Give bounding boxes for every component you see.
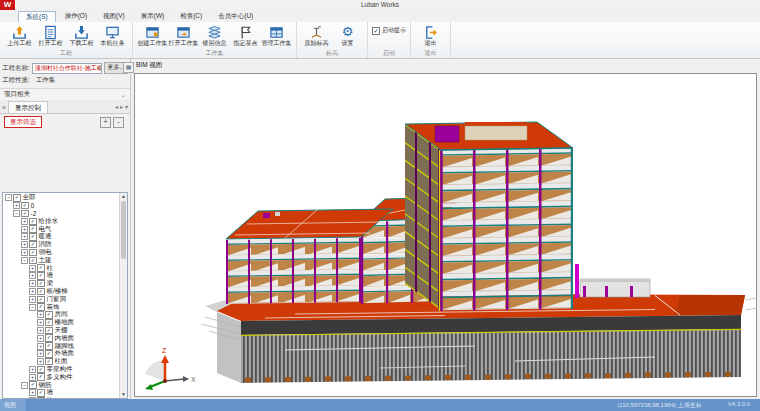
checkbox-checked-icon[interactable]: ✓ xyxy=(29,233,37,241)
settings-button[interactable]: ⚙ 设置 xyxy=(332,24,363,47)
checkbox-checked-icon[interactable]: ✓ xyxy=(45,334,53,342)
floor-info-button[interactable]: 楼层信息 xyxy=(199,24,230,47)
tree-item[interactable]: +✓墙 xyxy=(3,389,127,397)
checkbox-checked-icon[interactable]: ✓ xyxy=(45,350,53,358)
checkbox-checked-icon[interactable]: ✓ xyxy=(37,272,45,280)
checkbox-checked-icon[interactable]: ✓ xyxy=(45,342,53,350)
checkbox-checked-icon[interactable]: ✓ xyxy=(37,288,45,296)
exit-button[interactable]: 退出 xyxy=(415,24,446,47)
expand-icon[interactable]: + xyxy=(21,241,28,248)
checkbox-checked-icon[interactable]: ✓ xyxy=(45,327,53,335)
tree-item[interactable]: −✓-2 xyxy=(3,210,127,218)
expand-icon[interactable]: + xyxy=(37,311,44,318)
tree-item[interactable]: +✓多义构件 xyxy=(3,373,127,381)
upload-project-button[interactable]: 上传工程 xyxy=(4,24,35,47)
scroll-left-icon[interactable]: ◂ xyxy=(115,102,118,113)
expand-icon[interactable]: + xyxy=(21,249,28,256)
bim-canvas[interactable]: Z X xyxy=(134,73,757,397)
checkbox-checked-icon[interactable]: ✓ xyxy=(372,27,380,35)
display-filter-button[interactable]: 显示筛选 xyxy=(4,116,42,128)
checkbox-checked-icon[interactable]: ✓ xyxy=(29,257,37,265)
tree-item[interactable]: +✓暖通 xyxy=(3,233,127,241)
scrollbar-thumb[interactable] xyxy=(121,201,126,259)
tree-item[interactable]: +✓电气 xyxy=(3,225,127,233)
expand-icon[interactable]: + xyxy=(37,358,44,365)
expand-icon[interactable]: + xyxy=(29,389,36,396)
tree-item[interactable]: +✓0 xyxy=(3,202,127,210)
menu-check[interactable]: 检查(C) xyxy=(173,11,209,22)
collapse-icon[interactable]: − xyxy=(13,210,20,217)
collapse-all-button[interactable]: - xyxy=(113,117,124,128)
tab-display-control[interactable]: 显示控制 xyxy=(8,101,48,113)
expand-icon[interactable]: + xyxy=(21,233,28,240)
scroll-down-icon[interactable]: ▼ xyxy=(120,391,127,398)
open-project-button[interactable]: 打开工程 xyxy=(35,24,66,47)
menu-show[interactable]: 展示(W) xyxy=(134,11,171,22)
model-tree[interactable]: −✓全部+✓0−✓-2+✓给排水+✓电气+✓暖通+✓消防+✓弱电−✓土建+✓柱+… xyxy=(2,192,128,399)
download-project-button[interactable]: 下载工程 xyxy=(66,24,97,47)
tree-item[interactable]: −✓土建 xyxy=(3,256,127,264)
project-name-dropdown[interactable]: 潼湖村社合作联社-施工模型▾ xyxy=(32,63,102,74)
expand-icon[interactable]: + xyxy=(21,218,28,225)
collapse-icon[interactable]: − xyxy=(21,257,28,264)
collapse-panel-icon[interactable]: « xyxy=(0,102,8,113)
scroll-right-icon[interactable]: ▸ xyxy=(120,102,123,113)
collapse-icon[interactable]: − xyxy=(21,382,28,389)
local-tasks-button[interactable]: 本机任务 xyxy=(97,24,128,47)
expand-icon[interactable]: + xyxy=(29,288,36,295)
tree-item[interactable]: +✓消防 xyxy=(3,241,127,249)
checkbox-checked-icon[interactable]: ✓ xyxy=(29,225,37,233)
more-tabs-icon[interactable]: ▾ xyxy=(125,102,128,113)
layout-grid-icon[interactable]: ▦ xyxy=(123,62,134,73)
checkbox-checked-icon[interactable]: ✓ xyxy=(37,280,45,288)
open-workset-button[interactable]: 打开工作集 xyxy=(168,24,199,47)
tree-item[interactable]: +✓门窗洞 xyxy=(3,295,127,303)
expand-icon[interactable]: + xyxy=(37,343,44,350)
tree-item[interactable]: +✓柱 xyxy=(3,264,127,272)
tree-item[interactable]: +✓墙 xyxy=(3,272,127,280)
menu-operate[interactable]: 操作(O) xyxy=(58,11,94,22)
checkbox-checked-icon[interactable]: ✓ xyxy=(37,366,45,374)
expand-icon[interactable]: + xyxy=(29,366,36,373)
expand-icon[interactable]: + xyxy=(37,350,44,357)
bim-view-tab[interactable]: BIM 视图 xyxy=(136,61,162,70)
expand-all-button[interactable]: + xyxy=(100,117,111,128)
tree-item[interactable]: −✓全部 xyxy=(3,194,127,202)
tree-item[interactable]: −✓钢筋 xyxy=(3,381,127,389)
base-point-button[interactable]: 指定基点 xyxy=(230,24,261,47)
checkbox-checked-icon[interactable]: ✓ xyxy=(21,202,29,210)
expand-icon[interactable]: + xyxy=(37,319,44,326)
menu-member-center[interactable]: 会员中心(U) xyxy=(211,11,260,22)
menu-view[interactable]: 视图(V) xyxy=(96,11,132,22)
checkbox-checked-icon[interactable]: ✓ xyxy=(29,218,37,226)
expand-icon[interactable]: + xyxy=(21,226,28,233)
tree-scrollbar[interactable]: ▲ ▼ xyxy=(119,193,127,398)
expand-icon[interactable]: + xyxy=(29,280,36,287)
expand-icon[interactable]: + xyxy=(29,265,36,272)
expand-icon[interactable]: + xyxy=(37,335,44,342)
tree-item[interactable]: +✓弱电 xyxy=(3,249,127,257)
expand-icon[interactable]: + xyxy=(29,272,36,279)
menu-system[interactable]: 系统(S) xyxy=(18,11,56,22)
scroll-up-icon[interactable]: ▲ xyxy=(120,193,127,200)
checkbox-checked-icon[interactable]: ✓ xyxy=(37,264,45,272)
checkbox-checked-icon[interactable]: ✓ xyxy=(13,194,21,202)
expand-icon[interactable]: + xyxy=(29,374,36,381)
startup-tip-checkbox[interactable]: ✓ 启动提示 xyxy=(370,22,408,35)
original-elevation-button[interactable]: 原始标高 xyxy=(301,24,332,47)
tree-item[interactable]: +✓给排水 xyxy=(3,217,127,225)
expand-icon[interactable]: + xyxy=(13,202,20,209)
expand-icon[interactable]: + xyxy=(29,296,36,303)
checkbox-checked-icon[interactable]: ✓ xyxy=(37,296,45,304)
create-workset-button[interactable]: 创建工作集 xyxy=(137,24,168,47)
checkbox-checked-icon[interactable]: ✓ xyxy=(37,303,45,311)
checkbox-checked-icon[interactable]: ✓ xyxy=(45,319,53,327)
checkbox-checked-icon[interactable]: ✓ xyxy=(45,311,53,319)
checkbox-checked-icon[interactable]: ✓ xyxy=(37,389,45,397)
expand-icon[interactable]: + xyxy=(37,327,44,334)
collapse-icon[interactable]: − xyxy=(5,194,12,201)
collapse-icon[interactable]: − xyxy=(29,304,36,311)
checkbox-checked-icon[interactable]: ✓ xyxy=(29,241,37,249)
checkbox-checked-icon[interactable]: ✓ xyxy=(21,210,29,218)
checkbox-checked-icon[interactable]: ✓ xyxy=(29,249,37,257)
